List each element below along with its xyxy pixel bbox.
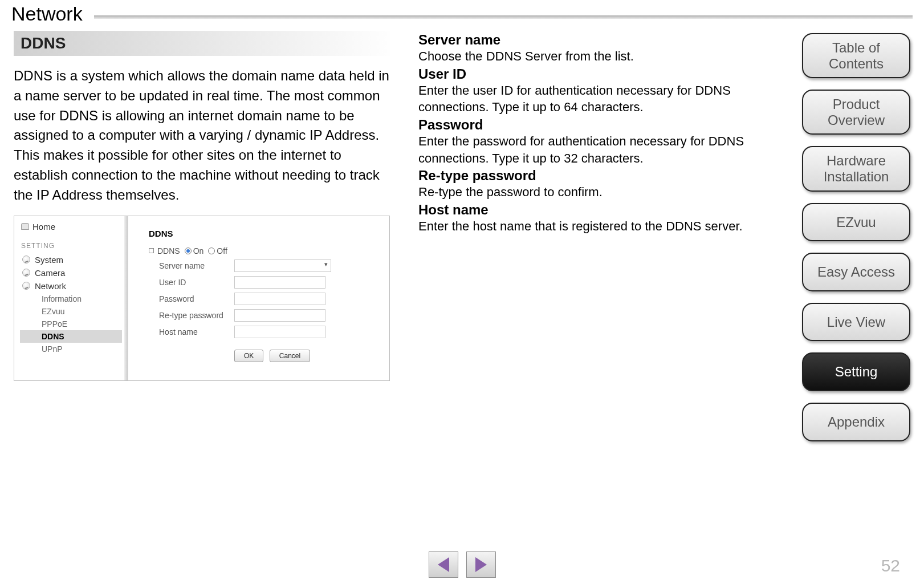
embed-sub-ezvuu[interactable]: EZvuu bbox=[20, 305, 128, 318]
embed-nav-system-label: System bbox=[35, 255, 63, 265]
page-title: Network bbox=[11, 3, 83, 25]
right-column: Server name Choose the DDNS Server from … bbox=[418, 31, 783, 381]
nav-live-view-button[interactable]: Live View bbox=[802, 303, 910, 342]
config-screenshot: Home SETTING System Camera Network Infor… bbox=[14, 216, 390, 381]
embed-off-label: Off bbox=[217, 246, 227, 256]
square-icon bbox=[149, 248, 154, 253]
nav-appendix-button[interactable]: Appendix bbox=[802, 403, 910, 441]
embed-nav-camera[interactable]: Camera bbox=[20, 266, 128, 279]
def-hostname-heading: Host name bbox=[418, 202, 783, 218]
page-title-bar: Network bbox=[0, 0, 924, 25]
radio-off[interactable] bbox=[208, 248, 215, 254]
section-intro: DDNS is a system which allows the domain… bbox=[14, 66, 390, 205]
nav-hardware-button[interactable]: Hardware Installation bbox=[802, 146, 910, 191]
embed-setting-label: SETTING bbox=[21, 242, 128, 250]
embed-sidebar: Home SETTING System Camera Network Infor… bbox=[14, 216, 128, 380]
embed-panel-title: DDNS bbox=[149, 229, 378, 238]
nav-setting-button[interactable]: Setting bbox=[802, 352, 910, 391]
embed-hostname-row: Host name bbox=[149, 326, 378, 338]
home-icon bbox=[21, 223, 29, 230]
radio-on[interactable] bbox=[185, 248, 192, 254]
def-user-id-heading: User ID bbox=[418, 66, 783, 82]
embed-nav-network[interactable]: Network bbox=[20, 279, 128, 293]
retype-password-input[interactable] bbox=[234, 309, 325, 322]
embed-retype-label: Re-type password bbox=[149, 311, 234, 320]
embed-server-row: Server name bbox=[149, 259, 378, 272]
title-divider bbox=[94, 15, 913, 19]
embed-ddns-label: DDNS bbox=[157, 246, 180, 256]
embed-hostname-label: Host name bbox=[149, 327, 234, 336]
embed-main-panel: DDNS DDNS On Off Server name User ID bbox=[128, 216, 389, 380]
server-name-select[interactable] bbox=[234, 259, 331, 272]
hostname-input[interactable] bbox=[234, 326, 325, 338]
embed-home-label: Home bbox=[32, 222, 55, 232]
embed-ddns-toggle-row: DDNS On Off bbox=[149, 246, 378, 256]
embed-nav-network-label: Network bbox=[35, 281, 66, 291]
def-hostname-body: Enter the host name that is registered t… bbox=[418, 218, 783, 235]
embed-retype-row: Re-type password bbox=[149, 309, 378, 322]
embed-home-link[interactable]: Home bbox=[20, 221, 128, 237]
embed-userid-row: User ID bbox=[149, 276, 378, 289]
embed-sub-information[interactable]: Information bbox=[20, 293, 128, 305]
cancel-button[interactable]: Cancel bbox=[270, 350, 310, 362]
def-password-heading: Password bbox=[418, 117, 783, 133]
def-user-id-body: Enter the user ID for authentication nec… bbox=[418, 82, 783, 116]
def-retype-body: Re-type the password to confirm. bbox=[418, 184, 783, 201]
bullet-icon bbox=[22, 269, 30, 277]
right-nav: Table of Contents Product Overview Hardw… bbox=[802, 33, 910, 441]
user-id-input[interactable] bbox=[234, 276, 325, 289]
prev-page-button[interactable] bbox=[429, 551, 458, 578]
def-retype-heading: Re-type password bbox=[418, 168, 783, 184]
next-page-button[interactable] bbox=[466, 551, 496, 578]
password-input[interactable] bbox=[234, 293, 325, 305]
def-server-name-body: Choose the DDNS Server from the list. bbox=[418, 48, 783, 65]
embed-sub-pppoe[interactable]: PPPoE bbox=[20, 318, 128, 330]
def-server-name-heading: Server name bbox=[418, 32, 783, 48]
embed-scrollbar[interactable] bbox=[124, 216, 128, 380]
page-number: 52 bbox=[881, 556, 900, 575]
embed-button-row: OK Cancel bbox=[149, 350, 378, 362]
embed-server-label: Server name bbox=[149, 261, 234, 270]
left-column: DDNS DDNS is a system which allows the d… bbox=[14, 31, 390, 381]
section-heading: DDNS bbox=[14, 31, 390, 56]
bullet-icon bbox=[22, 282, 30, 290]
embed-nav-system[interactable]: System bbox=[20, 253, 128, 266]
triangle-left-icon bbox=[438, 557, 449, 572]
embed-nav-camera-label: Camera bbox=[35, 268, 65, 278]
main-content: DDNS DDNS is a system which allows the d… bbox=[0, 25, 924, 381]
embed-password-row: Password bbox=[149, 293, 378, 305]
def-password-body: Enter the password for authentication ne… bbox=[418, 133, 783, 167]
nav-toc-button[interactable]: Table of Contents bbox=[802, 33, 910, 78]
nav-product-button[interactable]: Product Overview bbox=[802, 90, 910, 135]
nav-easy-access-button[interactable]: Easy Access bbox=[802, 253, 910, 291]
triangle-right-icon bbox=[475, 557, 487, 572]
embed-sub-ddns[interactable]: DDNS bbox=[20, 330, 122, 343]
embed-on-label: On bbox=[193, 246, 204, 256]
bullet-icon bbox=[22, 256, 30, 263]
embed-sub-upnp[interactable]: UPnP bbox=[20, 343, 128, 355]
embed-userid-label: User ID bbox=[149, 278, 234, 287]
nav-ezvuu-button[interactable]: EZvuu bbox=[802, 203, 910, 242]
pager bbox=[429, 551, 496, 578]
ok-button[interactable]: OK bbox=[234, 350, 263, 362]
embed-password-label: Password bbox=[149, 294, 234, 303]
